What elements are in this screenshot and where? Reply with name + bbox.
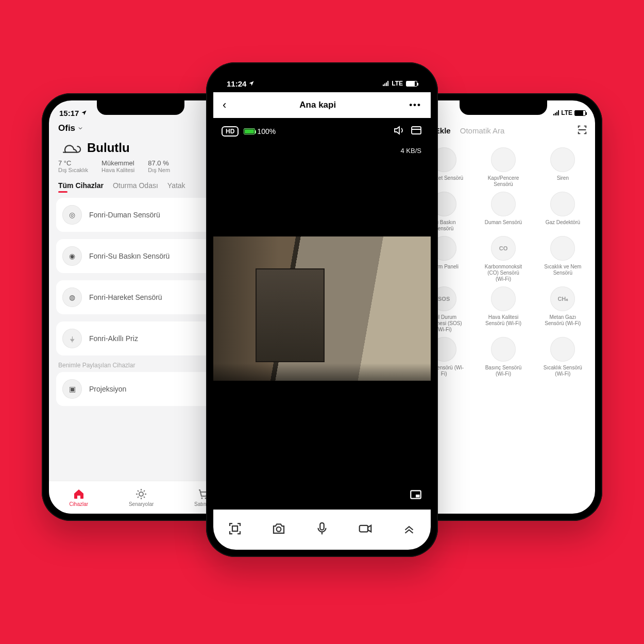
- shared-devices-header: Benimle Paylaşılan Cihazlar: [49, 361, 232, 370]
- device-type-label: Siren: [557, 175, 569, 181]
- device-card[interactable]: ◎ Fonri-Duman Sensörü: [56, 198, 225, 232]
- fullscreen-button[interactable]: [410, 124, 422, 139]
- signal-icon: [553, 110, 559, 115]
- nav-devices[interactable]: Cihazlar: [69, 488, 88, 507]
- home-icon: [73, 488, 85, 500]
- device-type-label: Hava Kalitesi Sensörü (Wi-Fi): [483, 314, 524, 327]
- room-tab-all[interactable]: Tüm Cihazlar: [58, 181, 104, 190]
- location-arrow-icon: [248, 80, 255, 87]
- phone-notch: [460, 100, 547, 115]
- room-tab-bed[interactable]: Yatak: [167, 181, 185, 190]
- device-type-grid: Hareket SensörüKapı/Pencere SensörüSiren…: [412, 140, 595, 384]
- device-type-cell[interactable]: Siren: [535, 147, 591, 188]
- metric-humidity: 87.0 %: [148, 159, 170, 167]
- svg-rect-3: [412, 127, 421, 134]
- video-top-bar: HD 100%: [213, 118, 431, 145]
- device-type-cell[interactable]: Sıcaklık ve Nem Sensörü: [535, 236, 591, 282]
- more-button[interactable]: •••: [409, 100, 421, 110]
- motion-sensor-icon: ◍: [62, 287, 82, 307]
- microphone-icon: [314, 521, 330, 536]
- gear-icon: [135, 488, 147, 500]
- hd-toggle[interactable]: HD: [222, 126, 239, 137]
- device-type-cell[interactable]: Duman Sensörü: [475, 192, 531, 232]
- phone-notch: [97, 100, 184, 115]
- pip-button[interactable]: [409, 488, 422, 501]
- svg-rect-9: [320, 523, 324, 530]
- nav-scenarios[interactable]: Senaryolar: [129, 488, 154, 507]
- device-type-cell[interactable]: CH₄Metan Gazı Sensörü (Wi-Fi): [535, 286, 591, 333]
- projector-icon: ▣: [62, 379, 82, 399]
- camera-controls: [213, 510, 431, 550]
- screenshot-button[interactable]: [227, 521, 243, 538]
- status-time: 11:24: [227, 79, 246, 88]
- device-type-label: Metan Gazı Sensörü (Wi-Fi): [542, 314, 583, 327]
- device-card[interactable]: ◉ Fonri-Su Baskın Sensörü: [56, 239, 225, 273]
- device-type-cell[interactable]: COKarbonmonoksit (CO) Sensörü (Wi-Fi): [475, 236, 531, 282]
- svg-rect-7: [232, 526, 238, 531]
- weather-row: Bulutlu: [49, 135, 232, 158]
- device-type-label: Duman Sensörü: [485, 219, 522, 226]
- device-name: Fonri-Duman Sensörü: [89, 211, 160, 219]
- add-device-tabs: Elle Ekle Otomatik Ara: [412, 121, 595, 140]
- device-type-icon: [491, 147, 516, 172]
- scan-icon: [577, 124, 588, 135]
- device-name: Fonri-Akıllı Priz: [89, 334, 138, 343]
- expand-button[interactable]: [401, 521, 417, 538]
- device-card[interactable]: ▣ Projeksiyon: [56, 372, 225, 406]
- device-type-cell[interactable]: Basınç Sensörü (Wi-Fi): [475, 337, 531, 377]
- talk-button[interactable]: [314, 521, 330, 538]
- photo-button[interactable]: [271, 521, 286, 538]
- svg-point-8: [276, 527, 281, 532]
- device-name: Fonri-Su Baskın Sensörü: [89, 252, 170, 260]
- device-type-label: Sıcaklık Sensörü (Wi-Fi): [542, 365, 583, 377]
- device-type-cell[interactable]: Hava Kalitesi Sensörü (Wi-Fi): [475, 286, 531, 333]
- svg-point-0: [139, 492, 143, 496]
- location-arrow-icon: [81, 110, 87, 116]
- smart-plug-icon: ⏚: [62, 329, 82, 348]
- scan-button[interactable]: [577, 124, 588, 137]
- device-type-icon: [550, 337, 575, 362]
- metric-temp: 7 °C: [58, 159, 88, 167]
- device-type-cell[interactable]: Gaz Dedektörü: [535, 192, 591, 232]
- smoke-sensor-icon: ◎: [62, 205, 82, 225]
- tab-auto-search[interactable]: Otomatik Ara: [460, 126, 505, 135]
- record-button[interactable]: [358, 521, 373, 538]
- camera-header: ‹ Ana kapi •••: [213, 92, 431, 118]
- battery-icon: [406, 81, 417, 87]
- device-name: Projeksiyon: [89, 385, 126, 393]
- device-type-cell[interactable]: Sıcaklık Sensörü (Wi-Fi): [535, 337, 591, 377]
- device-type-label: Basınç Sensörü (Wi-Fi): [483, 365, 524, 377]
- signal-icon: [383, 81, 388, 86]
- speaker-button[interactable]: [393, 124, 405, 139]
- phone-notch: [270, 70, 374, 86]
- speaker-icon: [393, 124, 405, 137]
- bottom-nav: Cihazlar Senaryolar Satın Al: [49, 481, 232, 514]
- network-label: LTE: [561, 109, 572, 116]
- device-type-icon: CH₄: [550, 286, 575, 311]
- device-list: ◎ Fonri-Duman Sensörü ◉ Fonri-Su Baskın …: [49, 193, 232, 361]
- room-tab-living[interactable]: Oturma Odası: [113, 181, 158, 190]
- pip-icon: [409, 488, 422, 501]
- svg-rect-10: [360, 526, 368, 532]
- svg-rect-6: [416, 495, 420, 497]
- device-card[interactable]: ⏚ Fonri-Akıllı Priz: [56, 321, 225, 355]
- device-type-label: Sıcaklık ve Nem Sensörü: [542, 264, 583, 276]
- back-button[interactable]: ‹: [223, 98, 226, 112]
- camera-feed[interactable]: [213, 236, 431, 381]
- location-dropdown[interactable]: Ofis: [49, 121, 232, 135]
- network-label: LTE: [392, 80, 403, 87]
- phone-center: 11:24 LTE ‹ Ana kapi ••• HD: [206, 62, 438, 557]
- device-type-icon: [550, 192, 575, 216]
- weather-description: Bulutlu: [87, 141, 130, 155]
- device-type-cell[interactable]: Kapı/Pencere Sensörü: [475, 147, 531, 188]
- device-type-label: Gaz Dedektörü: [546, 219, 580, 226]
- cloud-icon: [58, 140, 82, 156]
- room-tabs: Tüm Cihazlar Oturma Odası Yatak: [49, 178, 232, 193]
- device-card[interactable]: ◍ Fonri-Hareket Sensörü: [56, 280, 225, 314]
- device-type-label: Karbonmonoksit (CO) Sensörü (Wi-Fi): [483, 264, 524, 282]
- battery-percent: 100%: [257, 127, 276, 135]
- chevron-down-icon: [77, 125, 83, 131]
- status-time: 15:17: [59, 109, 79, 117]
- battery-icon: [244, 128, 255, 134]
- device-type-icon: [491, 192, 516, 216]
